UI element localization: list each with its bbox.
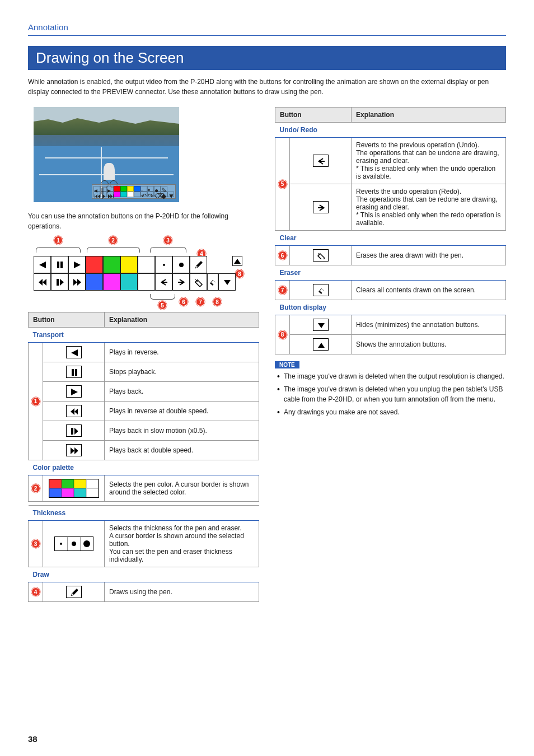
row-slow: Plays back in slow motion (x0.5). [105,421,259,441]
left-table: Button Explanation Transport 1 Plays in … [28,312,259,502]
group-btndisp: Button display [275,300,506,315]
note-item: Any drawings you make are not saved. [277,408,506,417]
group-clear: Clear [275,231,506,246]
para-annotation-buttons: You can use the annotation buttons on th… [28,211,259,231]
note-item: The image you've drawn is deleted when y… [277,385,506,404]
reverse2x-icon [66,405,82,417]
intro-text: While annotation is enabled, the output … [28,77,506,97]
group-color: Color palette [29,460,259,475]
group-draw: Draw [29,567,259,582]
row-show: Shows the annotation buttons. [352,335,506,354]
show-icon [313,338,329,351]
row-color: Selects the pen color. A cursor border i… [105,475,259,502]
row-redo: Reverts the undo operation (Redo). The o… [352,184,506,231]
th-explanation-r: Explanation [352,108,506,123]
row-reverse: Plays in reverse. [105,343,259,362]
slow-icon [66,424,82,437]
play-icon [66,385,82,398]
section-name: Annotation [28,22,506,36]
thickness-icon [54,536,93,551]
left-table-2: Thickness 3 Selects the thickness for th… [28,505,259,602]
clear-icon [313,249,329,262]
row-undo: Reverts to the previous operation (Undo)… [352,138,506,184]
row-play2x: Plays back at double speed. [105,441,259,460]
note-item: The image you've drawn is deleted when t… [277,372,506,381]
page-number: 38 [28,734,38,744]
row-thickness: Selects the thickness for the pen and er… [105,521,259,567]
notes-list: The image you've drawn is deleted when t… [275,372,506,418]
row-eraser: Clears all contents drawn on the screen. [352,281,506,300]
th-button: Button [29,312,105,328]
undo-icon [313,155,329,167]
fwd2x-icon [66,444,82,456]
note-label: NOTE [275,361,299,368]
th-explanation: Explanation [105,312,259,328]
hide-icon [313,319,329,331]
group-eraser: Eraser [275,265,506,281]
preview-image: ◂‖▸ ·•●✎ ⏮⏵⏭ ↶↷⌫◆▼ [34,107,179,202]
pen-icon [66,586,82,598]
group-transport: Transport [29,328,259,343]
row-draw: Draws using the pen. [105,582,259,602]
row-clear: Erases the area drawn with the pen. [352,246,506,265]
row-reverse2x: Plays in reverse at double speed. [105,402,259,421]
group-undo: Undo/ Redo [275,123,506,138]
color-palette-icon [49,479,99,498]
th-button-r: Button [275,108,352,123]
eraser-icon [313,284,329,296]
button-diagram: 1234 56788 [28,237,246,304]
row-play: Plays back. [105,382,259,402]
group-thickness: Thickness [29,506,259,521]
stop-icon [66,366,82,378]
redo-icon [313,201,329,213]
reverse-icon [66,346,82,358]
page-title: Drawing on the Screen [28,46,506,70]
row-hide: Hides (minimizes) the annotation buttons… [352,315,506,335]
right-table: Button Explanation Undo/ Redo 5 Reverts … [275,107,506,354]
row-stop: Stops playback. [105,362,259,382]
